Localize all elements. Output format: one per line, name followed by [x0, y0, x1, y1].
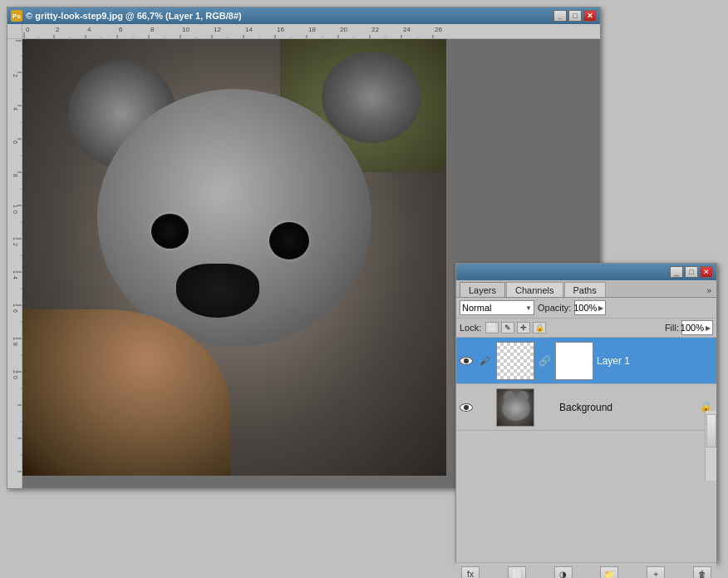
svg-text:4: 4 [12, 276, 18, 279]
tab-channels[interactable]: Channels [506, 282, 563, 297]
main-window-title: © gritty-look-step9.jpg @ 66,7% (Layer 1… [26, 11, 553, 21]
svg-text:1: 1 [12, 304, 18, 307]
layers-panel: _ □ ✕ Layers Channels Paths » Normal ▼ O… [455, 263, 717, 562]
layer-blend-controls: Normal ▼ Opacity: 100% ▶ [456, 298, 716, 319]
group-layers-btn[interactable]: 📁 [600, 566, 618, 579]
koala-ear-right [322, 52, 421, 143]
close-button[interactable]: ✕ [583, 10, 597, 22]
lock-image-btn[interactable]: ✎ [501, 322, 514, 333]
ruler-top: 0 2 4 6 8 10 12 14 16 18 20 [22, 24, 600, 39]
new-layer-btn[interactable]: + [647, 566, 665, 579]
svg-text:1: 1 [12, 237, 18, 240]
adjustment-layer-btn[interactable]: ◑ [554, 566, 573, 579]
layers-minimize-btn[interactable]: _ [670, 266, 683, 278]
opacity-arrow: ▶ [598, 304, 603, 312]
ruler-left: 0 [7, 39, 22, 488]
svg-text:18: 18 [308, 26, 316, 33]
svg-text:24: 24 [403, 26, 411, 33]
koala-eye-right [269, 222, 309, 259]
lock-transparent-btn[interactable]: ⬜ [485, 322, 499, 333]
blend-mode-value: Normal [462, 303, 491, 313]
svg-text:12: 12 [214, 26, 221, 33]
layers-maximize-btn[interactable]: □ [685, 266, 698, 278]
lock-all-btn[interactable]: 🔒 [533, 322, 546, 333]
lock-position-btn[interactable]: ✛ [517, 322, 530, 333]
add-mask-btn[interactable]: ⬜ [508, 566, 526, 579]
layer1-link-icon: 🔗 [539, 355, 551, 367]
layers-bottom-toolbar: fx ⬜ ◑ 📁 + 🗑 [456, 562, 716, 578]
layer1-eye-pupil [464, 358, 469, 363]
svg-text:1: 1 [12, 337, 18, 340]
svg-text:2: 2 [12, 74, 18, 77]
svg-text:4: 4 [12, 107, 18, 111]
svg-text:8: 8 [12, 343, 18, 346]
layers-close-btn[interactable]: ✕ [700, 266, 713, 278]
background-eye-icon [460, 403, 473, 412]
layers-panel-titlebar: _ □ ✕ [456, 264, 716, 280]
svg-text:6: 6 [12, 309, 18, 313]
koala-nose [176, 264, 259, 318]
thumb-head [502, 396, 530, 421]
svg-text:6: 6 [119, 26, 123, 33]
svg-text:2: 2 [12, 243, 18, 246]
panel-expand-btn[interactable]: » [703, 284, 715, 297]
layers-list: 🖌 🔗 Layer 1 · [456, 338, 716, 504]
background-name: Background [559, 402, 700, 413]
opacity-input[interactable]: 100% ▶ [574, 300, 606, 315]
svg-text:0: 0 [12, 376, 18, 379]
layer1-name: Layer 1 [597, 355, 715, 367]
layer1-mask-thumbnail [555, 342, 593, 380]
svg-text:8: 8 [12, 174, 18, 177]
koala-eye-left [151, 214, 189, 249]
main-titlebar: Ps © gritty-look-step9.jpg @ 66,7% (Laye… [7, 7, 600, 24]
svg-text:26: 26 [435, 26, 442, 33]
koala-image [22, 39, 446, 476]
fill-label: Fill: [665, 323, 679, 333]
layer-row-background[interactable]: · Background 🔒 [456, 384, 716, 431]
lock-label: Lock: [460, 323, 481, 333]
minimize-button[interactable]: _ [553, 10, 567, 22]
svg-text:2: 2 [12, 370, 18, 373]
svg-text:22: 22 [371, 26, 379, 33]
layer1-visibility-btn[interactable] [458, 353, 475, 369]
svg-text:4: 4 [87, 26, 91, 33]
svg-text:10: 10 [182, 26, 189, 33]
blend-mode-dropdown[interactable]: Normal ▼ [460, 300, 534, 315]
tab-layers[interactable]: Layers [460, 282, 505, 297]
svg-text:16: 16 [277, 26, 284, 33]
layers-empty-area [456, 504, 716, 562]
layer-effects-btn[interactable]: fx [461, 566, 480, 579]
image-canvas [22, 39, 446, 476]
background-thumbnail [496, 388, 534, 427]
layer1-thumbnail [496, 342, 534, 380]
svg-text:0: 0 [12, 210, 18, 214]
app-icon: Ps [11, 10, 22, 22]
svg-text:14: 14 [245, 26, 253, 33]
opacity-label: Opacity: [538, 303, 571, 313]
delete-layer-btn[interactable]: 🗑 [693, 566, 711, 579]
layer1-checkerboard [497, 343, 534, 379]
ruler-left-svg: 0 [7, 39, 22, 488]
svg-text:8: 8 [150, 26, 155, 33]
opacity-value: 100% [573, 303, 597, 313]
blend-dropdown-arrow: ▼ [525, 304, 532, 312]
tab-paths[interactable]: Paths [564, 282, 606, 297]
svg-text:1: 1 [12, 270, 18, 274]
maximize-button[interactable]: □ [568, 10, 582, 22]
svg-text:20: 20 [340, 26, 347, 33]
layers-scrollbar[interactable] [705, 411, 716, 481]
ruler-top-svg: 0 2 4 6 8 10 12 14 16 18 20 [22, 24, 600, 39]
fill-value: 100% [681, 323, 704, 333]
layer1-brush-btn[interactable]: 🖌 [476, 353, 493, 369]
layers-panel-controls: _ □ ✕ [670, 266, 713, 278]
background-brush-space: · [476, 399, 493, 416]
fill-input[interactable]: 100% ▶ [681, 320, 713, 335]
layer1-eye-icon [460, 357, 473, 365]
svg-text:2: 2 [56, 26, 60, 33]
layer-row-layer1[interactable]: 🖌 🔗 Layer 1 [456, 338, 716, 384]
lock-row: Lock: ⬜ ✎ ✛ 🔒 Fill: 100% ▶ [456, 319, 716, 338]
window-controls: _ □ ✕ [553, 10, 597, 22]
scrollbar-thumb[interactable] [706, 414, 716, 447]
background-visibility-btn[interactable] [458, 399, 475, 416]
fill-arrow: ▶ [706, 324, 711, 332]
